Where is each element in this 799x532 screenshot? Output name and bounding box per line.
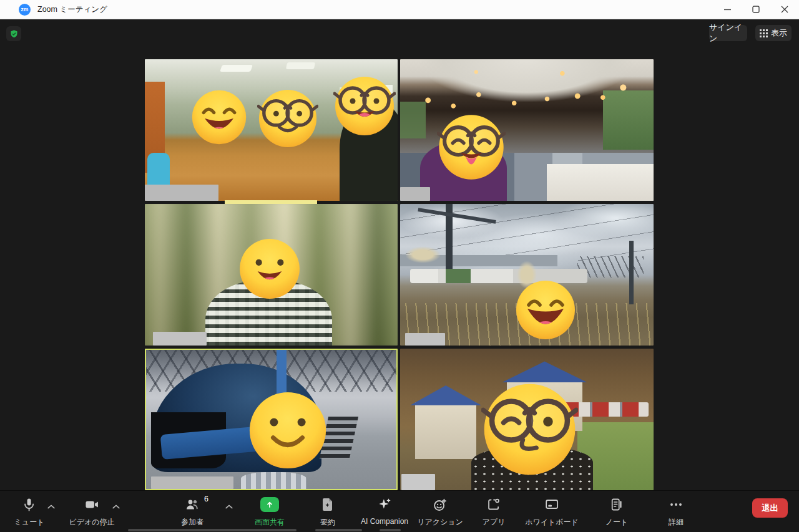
close-icon bbox=[781, 6, 788, 13]
notes-icon bbox=[609, 496, 624, 513]
video-scene-layer bbox=[577, 256, 644, 278]
maximize-button[interactable] bbox=[742, 0, 770, 19]
meeting-toolbar: 退出 ミュートビデオの停止6参加者画面共有要約AI Companionリアクショ… bbox=[0, 490, 799, 532]
face-emoji-nerd-tongue-happy bbox=[437, 113, 506, 184]
toolbar-reactions-button[interactable]: リアクション bbox=[417, 496, 463, 528]
title-bar: zm Zoom ミーティング bbox=[0, 0, 799, 19]
view-label: 表示 bbox=[771, 27, 787, 39]
video-scene-layer bbox=[241, 472, 306, 489]
reactions-smiley-icon bbox=[433, 496, 448, 513]
toolbar-ai-companion-label: AI Companion bbox=[361, 517, 408, 526]
toolbar-share-screen-button[interactable]: 画面共有 bbox=[255, 496, 285, 528]
whiteboard-icon bbox=[544, 496, 560, 513]
participants-count-badge: 6 bbox=[204, 495, 208, 503]
toolbar-participants-label: 参加者 bbox=[181, 517, 203, 528]
stop-video-options-chevron-icon[interactable] bbox=[112, 501, 120, 512]
leave-meeting-button[interactable]: 退出 bbox=[752, 498, 788, 518]
apps-icon bbox=[486, 496, 501, 513]
share-screen-icon bbox=[260, 496, 279, 513]
participant-name-redacted bbox=[400, 187, 430, 201]
toolbar-mute-label: ミュート bbox=[14, 517, 45, 528]
ai-sparkle-icon bbox=[376, 496, 393, 513]
zoom-app-icon: zm bbox=[19, 4, 31, 16]
toolbar-summary-button[interactable]: 要約 bbox=[320, 496, 335, 528]
face-emoji-big-laugh bbox=[514, 279, 577, 344]
participants-options-chevron-icon[interactable] bbox=[225, 501, 233, 512]
video-tile-blurred-outdoor-plaid-shirt[interactable] bbox=[145, 204, 398, 346]
participant-name-redacted bbox=[145, 185, 218, 201]
video-tile-conference-room-three-participants[interactable] bbox=[145, 59, 398, 201]
video-scene-layer bbox=[286, 62, 315, 69]
toolbar-more-label: 詳細 bbox=[669, 517, 684, 528]
maximize-icon bbox=[752, 6, 760, 13]
participant-name-redacted bbox=[401, 474, 435, 490]
summary-doc-icon bbox=[320, 496, 335, 513]
toolbar-notes-button[interactable]: ノート bbox=[605, 496, 629, 528]
video-scene-layer bbox=[547, 164, 654, 201]
clipped-overlay-text bbox=[380, 529, 401, 531]
toolbar-mute-button[interactable]: ミュート bbox=[14, 496, 45, 528]
mic-icon bbox=[22, 496, 37, 513]
face-emoji-nerd-smile bbox=[257, 88, 318, 152]
participant-name-redacted bbox=[151, 476, 233, 489]
clipped-overlay-text bbox=[128, 529, 297, 531]
face-emoji-nerd-grin-open bbox=[333, 75, 396, 140]
meeting-security-button[interactable] bbox=[6, 26, 21, 41]
speaking-indicator-strip bbox=[225, 200, 317, 204]
sign-in-button[interactable]: サインイン bbox=[709, 25, 747, 41]
shield-check-icon bbox=[9, 29, 19, 39]
toolbar-apps-label: アプリ bbox=[483, 517, 506, 528]
clipped-overlay-text bbox=[315, 529, 362, 531]
toolbar-participants-button[interactable]: 6参加者 bbox=[181, 496, 203, 528]
video-tile-blue-steam-locomotive-museum[interactable] bbox=[145, 349, 398, 490]
toolbar-whiteboard-label: ホワイトボード bbox=[525, 517, 579, 528]
toolbar-stop-video-button[interactable]: ビデオの停止 bbox=[69, 496, 114, 528]
more-dots-icon bbox=[668, 496, 684, 513]
grid-view-icon bbox=[760, 29, 768, 37]
minimize-button[interactable] bbox=[713, 0, 742, 19]
face-emoji-grin-open-mouth bbox=[190, 89, 248, 148]
face-emoji-slight-smile bbox=[247, 390, 328, 473]
participant-name-redacted bbox=[153, 332, 207, 346]
toolbar-more-button[interactable]: 詳細 bbox=[668, 496, 684, 528]
video-scene-layer bbox=[629, 241, 633, 304]
toolbar-reactions-label: リアクション bbox=[417, 517, 463, 528]
zoom-meeting-window: zm Zoom ミーティング サインイン 表示 bbox=[0, 0, 799, 532]
video-tile-model-railway-diorama[interactable] bbox=[400, 349, 654, 490]
sign-in-label: サインイン bbox=[709, 22, 747, 44]
video-tile-vintage-train-dining-car[interactable] bbox=[400, 59, 654, 201]
face-emoji-nerd-wink-smirk bbox=[481, 381, 578, 480]
participant-name-redacted bbox=[405, 333, 445, 346]
toolbar-notes-label: ノート bbox=[605, 517, 629, 528]
video-tile-railway-yard-overhead-lines[interactable] bbox=[400, 204, 654, 346]
toolbar-ai-companion-button[interactable]: AI Companion bbox=[361, 496, 408, 526]
window-controls bbox=[713, 0, 799, 19]
toolbar-whiteboard-button[interactable]: ホワイトボード bbox=[525, 496, 579, 528]
toolbar-summary-label: 要約 bbox=[320, 517, 335, 528]
view-button[interactable]: 表示 bbox=[755, 25, 792, 41]
video-scene-layer bbox=[219, 65, 252, 72]
video-scene-layer bbox=[415, 402, 476, 459]
mute-options-chevron-icon[interactable] bbox=[47, 501, 56, 512]
window-title: Zoom ミーティング bbox=[37, 4, 107, 15]
close-button[interactable] bbox=[770, 0, 799, 19]
face-emoji-open-smile-dot-eyes bbox=[238, 237, 301, 303]
video-scene-layer bbox=[405, 246, 441, 263]
participants-icon: 6 bbox=[184, 496, 200, 513]
video-camera-icon bbox=[84, 496, 100, 513]
toolbar-share-screen-label: 画面共有 bbox=[255, 517, 285, 528]
toolbar-stop-video-label: ビデオの停止 bbox=[69, 517, 114, 528]
minimize-icon bbox=[723, 6, 732, 14]
video-grid bbox=[145, 59, 654, 490]
toolbar-apps-button[interactable]: アプリ bbox=[483, 496, 506, 528]
